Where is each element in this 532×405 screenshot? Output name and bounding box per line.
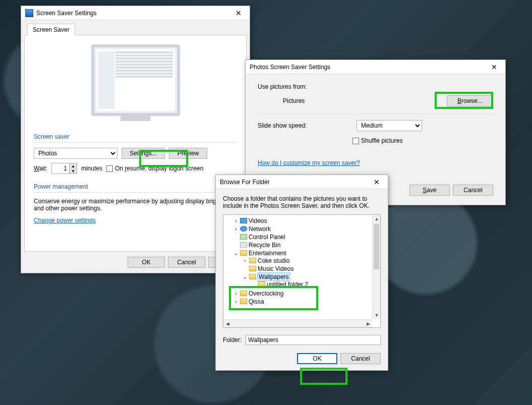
browse-button-label: Browse...	[457, 97, 483, 104]
window-title: Screen Saver Settings	[36, 10, 226, 17]
folder-name-input[interactable]	[246, 335, 381, 345]
settings-button[interactable]: Settings...	[122, 148, 165, 159]
folder-icon	[240, 299, 247, 304]
checkbox-box-icon	[352, 138, 359, 144]
folder-icon	[258, 281, 265, 287]
horizontal-scrollbar[interactable]: ◀ ▶	[223, 319, 372, 327]
shuffle-label: Shuffle pictures	[361, 137, 403, 144]
scroll-left-icon[interactable]: ◀	[223, 320, 231, 328]
tree-item[interactable]: ›Network	[233, 225, 379, 233]
tree-label: Videos	[249, 217, 267, 224]
folder-icon	[249, 258, 256, 263]
chevron-right-icon[interactable]: ›	[233, 290, 239, 297]
tree-item[interactable]: ›Overclocking	[233, 290, 379, 298]
tree-label: Qissa	[249, 298, 264, 305]
scroll-thumb[interactable]	[374, 224, 379, 269]
tree-label: Coke studio	[258, 257, 289, 264]
save-button[interactable]: Save	[409, 185, 450, 196]
titlebar[interactable]: Screen Saver Settings ✕	[21, 6, 250, 20]
tree-label: Recycle Bin	[249, 242, 280, 249]
spin-down-icon[interactable]: ▼	[70, 168, 77, 173]
tree-item[interactable]: ›Coke studio	[243, 257, 379, 265]
browse-button[interactable]: Browse...	[447, 95, 493, 106]
tree-item[interactable]: Control Panel	[233, 233, 379, 241]
tree-item[interactable]: Recycle Bin	[233, 241, 379, 249]
close-button[interactable]: ✕	[229, 8, 248, 18]
chevron-right-icon[interactable]: ›	[233, 217, 239, 224]
folder-icon	[249, 274, 256, 279]
vertical-scrollbar[interactable]: ▲ ▼	[372, 215, 380, 319]
tree-item[interactable]: ⌄Entertainment ›Coke studio Music Videos…	[233, 249, 379, 290]
folder-icon	[240, 250, 247, 256]
chevron-down-icon[interactable]: ⌄	[233, 250, 239, 257]
chevron-right-icon[interactable]: ›	[233, 225, 239, 233]
tree-item-selected[interactable]: ⌄Wallpapers untitled folder 2	[243, 273, 379, 289]
tree-label: Entertainment	[249, 250, 286, 257]
browse-folder-dialog: Browse For Folder ✕ Choose a folder that…	[215, 175, 388, 371]
group-power-label: Power management	[34, 183, 237, 190]
close-icon: ✕	[235, 10, 242, 17]
tree-label: Overclocking	[249, 290, 283, 297]
tab-screen-saver[interactable]: Screen Saver	[27, 24, 75, 35]
folder-icon	[249, 266, 256, 271]
tree-label: Control Panel	[249, 234, 285, 241]
instruction-text: Choose a folder that contains the pictur…	[223, 195, 381, 209]
tree-item[interactable]: ›Qissa	[233, 298, 379, 306]
tree-label: Music Videos	[258, 265, 293, 272]
titlebar[interactable]: Browse For Folder ✕	[216, 175, 388, 189]
close-icon: ✕	[374, 179, 380, 186]
change-power-settings-link[interactable]: Change power settings	[34, 217, 96, 224]
folder-icon	[240, 291, 247, 296]
cancel-button[interactable]: Cancel	[453, 185, 493, 196]
power-description: Conserve energy or maximize performance …	[34, 198, 237, 212]
group-screensaver-label: Screen saver	[34, 133, 237, 140]
cancel-button[interactable]: Cancel	[340, 353, 381, 364]
spin-up-icon[interactable]: ▲	[70, 163, 77, 168]
speed-dropdown[interactable]: Medium	[357, 120, 422, 131]
resume-checkbox[interactable]: On resume, display logon screen	[106, 165, 203, 172]
chevron-down-icon[interactable]: ⌄	[243, 273, 248, 280]
settings-button-label: Settings...	[130, 150, 156, 157]
recycle-bin-icon	[240, 242, 247, 248]
window-title: Photos Screen Saver Settings	[250, 64, 482, 71]
wait-label: Wait:	[34, 165, 47, 172]
folder-tree[interactable]: ›Videos ›Network Control Panel Recycle B…	[223, 214, 381, 328]
folder-label: Folder:	[223, 336, 242, 343]
close-button[interactable]: ✕	[368, 177, 386, 187]
cancel-button[interactable]: Cancel	[168, 257, 205, 268]
scroll-up-icon[interactable]: ▲	[373, 215, 381, 223]
control-panel-icon	[240, 234, 247, 240]
shuffle-checkbox[interactable]: Shuffle pictures	[352, 137, 403, 144]
use-pictures-label: Use pictures from:	[258, 83, 493, 90]
chevron-right-icon[interactable]: ›	[243, 257, 248, 264]
tree-label: untitled folder 2	[267, 281, 308, 288]
screensaver-dropdown[interactable]: Photos	[34, 148, 117, 159]
wait-spinner[interactable]: ▲▼	[70, 163, 77, 174]
preview-monitor	[91, 44, 180, 116]
videos-icon	[240, 218, 247, 223]
window-title: Browse For Folder	[220, 179, 365, 186]
network-icon	[240, 226, 247, 232]
ok-button[interactable]: OK	[128, 257, 165, 268]
titlebar[interactable]: Photos Screen Saver Settings ✕	[246, 60, 505, 74]
ok-button[interactable]: OK	[297, 353, 337, 364]
monitor-icon	[25, 9, 33, 17]
close-icon: ✕	[491, 64, 497, 71]
scroll-right-icon[interactable]: ▶	[364, 320, 372, 328]
tree-label: Wallpapers	[258, 273, 290, 281]
close-button[interactable]: ✕	[485, 62, 503, 72]
checkbox-box-icon	[106, 165, 113, 172]
tree-label: Network	[249, 225, 271, 233]
speed-label: Slide show speed:	[258, 122, 352, 129]
tree-item[interactable]: Music Videos	[243, 265, 379, 273]
minutes-label: minutes	[81, 165, 102, 172]
resume-label: On resume, display logon screen	[115, 165, 203, 172]
tree-item[interactable]: ›Videos	[233, 217, 379, 225]
tree-item[interactable]: untitled folder 2	[252, 280, 379, 288]
help-link[interactable]: How do I customize my screen saver?	[258, 159, 360, 166]
wait-minutes-input[interactable]	[51, 163, 70, 174]
preview-button[interactable]: Preview	[169, 148, 207, 159]
pictures-path-label: Pictures	[283, 97, 305, 104]
scroll-down-icon[interactable]: ▼	[373, 311, 381, 319]
chevron-right-icon[interactable]: ›	[233, 298, 239, 305]
